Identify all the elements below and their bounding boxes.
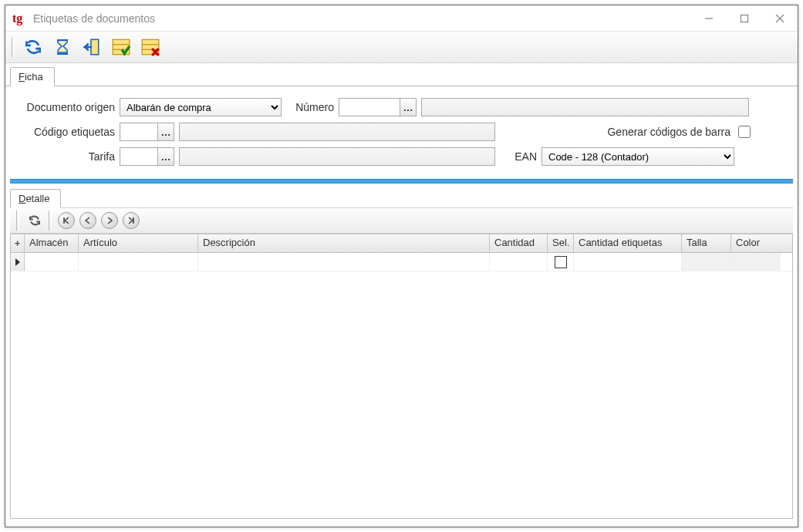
numero-label: Número — [285, 101, 339, 113]
codigo-etiquetas-input[interactable] — [120, 123, 158, 141]
cell-almacen[interactable] — [25, 253, 79, 271]
tab-ficha[interactable]: Ficha — [10, 67, 55, 86]
col-header-color[interactable]: Color — [731, 234, 781, 252]
app-icon: tg — [12, 10, 29, 27]
refresh-icon — [28, 214, 42, 227]
ficha-form: Documento origen Albarán de compra Númer… — [5, 86, 798, 179]
close-button[interactable] — [762, 5, 798, 32]
ean-select[interactable]: Code - 128 (Contador) — [542, 147, 734, 166]
col-header-descripcion[interactable]: Descripción — [198, 234, 490, 252]
svg-rect-1 — [741, 15, 748, 22]
documento-origen-label: Documento origen — [12, 101, 120, 113]
hourglass-icon — [53, 37, 72, 57]
tab-ficha-label: icha — [25, 71, 43, 82]
detail-grid[interactable]: + Almacén Artículo Descripción Cantidad … — [10, 234, 793, 519]
row-indicator[interactable] — [11, 253, 25, 271]
cell-cantidad[interactable] — [490, 253, 548, 271]
toolbar-separator — [49, 210, 52, 231]
prev-icon — [83, 216, 93, 225]
codigo-etiquetas-lookup-button[interactable]: … — [157, 123, 174, 141]
generar-codigos-barra-label: Generar códigos de barra — [607, 126, 730, 138]
col-header-sel[interactable]: Sel. — [548, 234, 574, 252]
table-row[interactable] — [11, 253, 792, 271]
ean-label: EAN — [495, 150, 542, 163]
svg-rect-7 — [113, 39, 130, 55]
window-title: Etiquetas de documentos — [33, 12, 691, 25]
col-header-talla[interactable]: Talla — [682, 234, 731, 252]
select-all-button[interactable] — [109, 35, 133, 59]
exit-button[interactable] — [79, 35, 104, 59]
tab-detalle[interactable]: Detalle — [10, 189, 61, 208]
cell-sel[interactable] — [548, 253, 574, 271]
horizontal-splitter[interactable] — [10, 179, 793, 184]
minimize-button[interactable] — [691, 5, 727, 32]
cell-cantidad-etiquetas[interactable] — [574, 253, 682, 271]
nav-last-button[interactable] — [123, 212, 140, 229]
svg-rect-5 — [57, 53, 68, 55]
numero-lookup-button[interactable]: … — [400, 98, 417, 116]
titlebar: tg Etiquetas de documentos — [5, 5, 798, 32]
numero-input[interactable] — [339, 98, 400, 116]
ellipsis-icon: … — [161, 151, 171, 163]
next-icon — [105, 216, 114, 225]
nav-first-button[interactable] — [58, 212, 75, 229]
process-button[interactable] — [50, 35, 75, 59]
col-header-cantidad-etiquetas[interactable]: Cantidad etiquetas — [574, 234, 682, 252]
cell-color[interactable] — [731, 253, 781, 271]
deselect-all-button[interactable] — [138, 35, 163, 59]
grid-body — [11, 253, 792, 518]
sel-checkbox[interactable] — [555, 256, 567, 268]
refresh-button[interactable] — [21, 35, 46, 59]
ficha-tabrow: Ficha — [5, 63, 798, 86]
ellipsis-icon: … — [403, 102, 413, 113]
detalle-tabrow: Detalle — [5, 188, 798, 207]
cell-articulo[interactable] — [79, 253, 198, 271]
svg-rect-4 — [57, 39, 68, 41]
tarifa-description — [179, 147, 495, 166]
current-row-icon — [15, 258, 21, 266]
tab-detalle-label: etalle — [25, 193, 49, 204]
codigo-etiquetas-description — [179, 123, 495, 141]
deselect-all-icon — [140, 37, 160, 57]
generar-codigos-barra-checkbox[interactable]: Generar códigos de barra — [607, 123, 753, 140]
main-toolbar — [5, 32, 798, 63]
documento-origen-select[interactable]: Albarán de compra — [120, 98, 282, 116]
col-header-cantidad[interactable]: Cantidad — [490, 234, 548, 252]
nav-next-button[interactable] — [101, 212, 118, 229]
codigo-etiquetas-label: Código etiquetas — [12, 126, 120, 138]
toolbar-separator — [12, 37, 15, 57]
window-root: tg Etiquetas de documentos — [5, 5, 798, 527]
exit-icon — [82, 37, 102, 57]
tarifa-label: Tarifa — [12, 150, 120, 163]
tarifa-input[interactable] — [120, 147, 158, 166]
cell-talla[interactable] — [682, 253, 731, 271]
ellipsis-icon: … — [161, 126, 171, 138]
grid-refresh-button[interactable] — [25, 211, 44, 230]
detail-toolbar — [10, 207, 793, 234]
numero-description — [421, 98, 749, 116]
grid-add-row-button[interactable]: + — [11, 234, 25, 252]
first-icon — [62, 216, 71, 225]
app-icon-text: tg — [12, 12, 22, 25]
col-header-articulo[interactable]: Artículo — [79, 234, 198, 252]
nav-prev-button[interactable] — [79, 212, 96, 229]
maximize-button[interactable] — [727, 5, 762, 32]
col-header-almacen[interactable]: Almacén — [25, 234, 79, 252]
cell-descripcion[interactable] — [198, 253, 490, 271]
svg-rect-6 — [91, 39, 99, 55]
toolbar-separator — [16, 210, 19, 231]
grid-header: + Almacén Artículo Descripción Cantidad … — [11, 234, 792, 253]
select-all-icon — [111, 37, 131, 57]
tarifa-lookup-button[interactable]: … — [157, 147, 174, 166]
last-icon — [127, 216, 136, 225]
refresh-icon — [23, 37, 43, 57]
